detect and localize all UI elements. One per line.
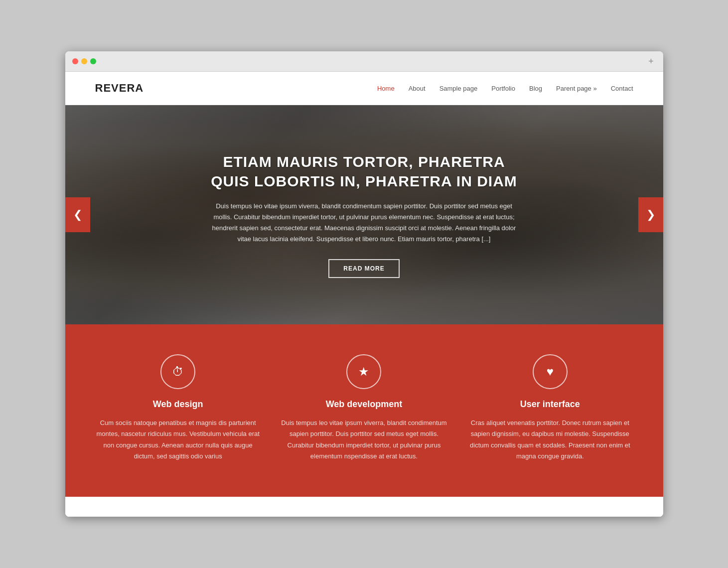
chevron-right-icon: ❯ [646,208,655,221]
feature-web-development: ★ Web development Duis tempus leo vitae … [281,354,447,461]
browser-window: + REVERA Home About Sample page Portfoli… [65,51,663,516]
user-interface-title: User interface [467,399,633,410]
website-content: REVERA Home About Sample page Portfolio … [65,72,663,516]
hero-read-more-button[interactable]: READ MORE [328,259,399,278]
chevron-left-icon: ❮ [73,208,82,221]
site-nav: Home About Sample page Portfolio Blog Pa… [377,85,633,92]
user-interface-text: Cras aliquet venenatis porttitor. Donec … [467,418,633,461]
site-header: REVERA Home About Sample page Portfolio … [65,72,663,105]
web-design-icon-wrap: ⏱ [160,354,195,389]
nav-item-portfolio[interactable]: Portfolio [491,85,515,92]
nav-item-about[interactable]: About [409,85,426,92]
heart-icon: ♥ [547,365,554,379]
site-footer-bar [65,497,663,517]
nav-item-contact[interactable]: Contact [611,85,633,92]
nav-item-home[interactable]: Home [377,85,395,92]
features-section: ⏱ Web design Cum sociis natoque penatibu… [65,324,663,496]
hero-title: ETIAM MAURIS TORTOR, PHARETRA QUIS LOBOR… [210,152,519,191]
browser-chrome: + [65,51,663,72]
web-development-text: Duis tempus leo vitae ipsum viverra, bla… [281,418,447,461]
feature-web-design: ⏱ Web design Cum sociis natoque penatibu… [95,354,261,461]
hero-slider: ❮ ETIAM MAURIS TORTOR, PHARETRA QUIS LOB… [65,105,663,324]
hero-description: Duis tempus leo vitae ipsum viverra, bla… [210,201,519,245]
browser-dots [72,58,96,64]
site-logo: REVERA [95,82,144,95]
dot-red[interactable] [72,58,78,64]
hero-content: ETIAM MAURIS TORTOR, PHARETRA QUIS LOBOR… [190,152,539,278]
web-design-text: Cum sociis natoque penatibus et magnis d… [95,418,261,461]
slider-prev-button[interactable]: ❮ [65,197,90,232]
slider-next-button[interactable]: ❯ [638,197,663,232]
feature-user-interface: ♥ User interface Cras aliquet venenatis … [467,354,633,461]
web-design-title: Web design [95,399,261,410]
browser-add-tab-button[interactable]: + [646,56,656,66]
star-icon: ★ [358,365,369,379]
nav-item-sample-page[interactable]: Sample page [439,85,478,92]
nav-item-parent-page[interactable]: Parent page » [556,85,597,92]
web-dev-icon-wrap: ★ [346,354,381,389]
nav-item-blog[interactable]: Blog [529,85,542,92]
ui-icon-wrap: ♥ [533,354,568,389]
dot-green[interactable] [90,58,96,64]
timer-icon: ⏱ [172,365,184,379]
dot-yellow[interactable] [81,58,87,64]
web-development-title: Web development [281,399,447,410]
